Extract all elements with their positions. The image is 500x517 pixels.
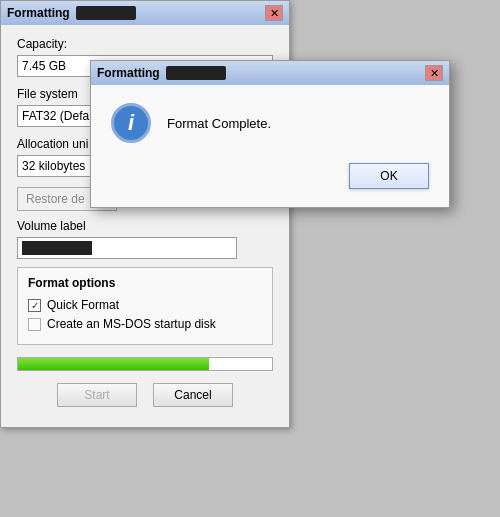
format-options-title: Format options — [28, 276, 262, 290]
quick-format-checkbox[interactable]: ✓ — [28, 299, 41, 312]
fg-titlebar: Formatting ✕ — [91, 61, 449, 85]
volume-label-text: Volume label — [17, 219, 273, 233]
bg-title-text: Formatting — [7, 6, 70, 20]
dialog-buttons: Start Cancel — [17, 383, 273, 407]
info-icon-text: i — [128, 110, 134, 136]
capacity-label: Capacity: — [17, 37, 273, 51]
quick-format-check-mark: ✓ — [31, 300, 39, 311]
progress-bar-container — [17, 357, 273, 371]
format-complete-dialog: Formatting ✕ i Format Complete. OK — [90, 60, 450, 208]
msdos-row: Create an MS-DOS startup disk — [28, 317, 262, 331]
fg-title: Formatting — [97, 66, 226, 80]
volume-label-section: Volume label — [17, 219, 273, 259]
msdos-checkbox[interactable] — [28, 318, 41, 331]
bg-close-button[interactable]: ✕ — [265, 5, 283, 21]
volume-badge — [22, 241, 92, 255]
fg-titlebar-controls: ✕ — [425, 65, 443, 81]
quick-format-label: Quick Format — [47, 298, 119, 312]
progress-bar-fill — [18, 358, 209, 370]
fg-title-text: Formatting — [97, 66, 160, 80]
filesystem-value: FAT32 (Defa — [22, 109, 89, 123]
fg-close-button[interactable]: ✕ — [425, 65, 443, 81]
bg-titlebar-controls: ✕ — [265, 5, 283, 21]
cancel-button[interactable]: Cancel — [153, 383, 233, 407]
quick-format-row: ✓ Quick Format — [28, 298, 262, 312]
bg-title: Formatting — [7, 6, 136, 20]
format-complete-content: i Format Complete. — [111, 103, 429, 143]
alloc-value: 32 kilobytes — [22, 159, 85, 173]
info-icon: i — [111, 103, 151, 143]
msdos-label: Create an MS-DOS startup disk — [47, 317, 216, 331]
fg-dialog-body: i Format Complete. OK — [91, 85, 449, 207]
format-options-box: Format options ✓ Quick Format Create an … — [17, 267, 273, 345]
format-complete-message: Format Complete. — [167, 116, 271, 131]
start-button[interactable]: Start — [57, 383, 137, 407]
capacity-value: 7.45 GB — [22, 59, 66, 73]
bg-titlebar: Formatting ✕ — [1, 1, 289, 25]
bg-title-badge — [76, 6, 136, 20]
fg-title-badge — [166, 66, 226, 80]
format-complete-buttons: OK — [111, 163, 429, 189]
volume-input[interactable] — [17, 237, 237, 259]
ok-button[interactable]: OK — [349, 163, 429, 189]
